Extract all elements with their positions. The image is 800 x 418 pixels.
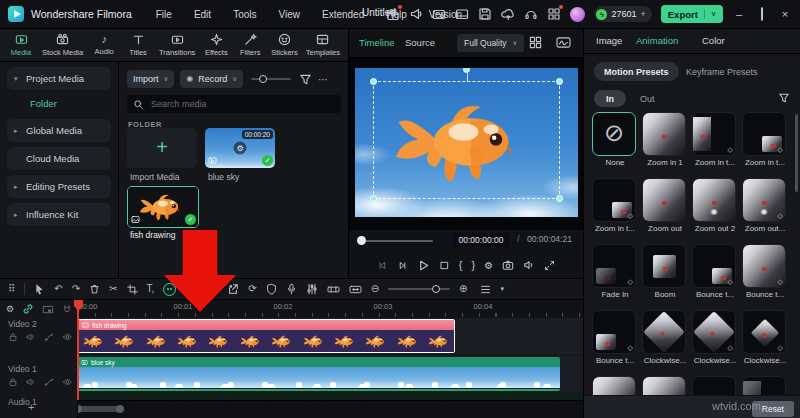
close-button[interactable]: × — [778, 8, 792, 20]
filter-icon[interactable] — [299, 73, 312, 86]
timeline-settings-icon[interactable]: ⚙ — [6, 303, 14, 315]
record-button[interactable]: ◉ Record ∨ — [180, 70, 243, 88]
menu-tools[interactable]: Tools — [233, 9, 256, 20]
tab-out[interactable]: Out — [640, 94, 655, 104]
media-item-fish-drawing[interactable]: ✓ — [127, 186, 199, 228]
preset-zoom-in-3[interactable]: ◇ Zoom in t... — [742, 112, 786, 178]
cloud-upload-icon[interactable] — [501, 7, 515, 21]
add-coins-button[interactable]: + — [641, 9, 646, 19]
brush-icon[interactable] — [44, 377, 54, 387]
undo-icon[interactable]: ↶ — [54, 283, 62, 295]
crop-icon[interactable] — [127, 284, 138, 295]
import-button[interactable]: Import ∨ — [127, 70, 174, 88]
preset-none[interactable]: ⊘ None — [592, 112, 636, 178]
sidebar-item-project-media[interactable]: ▾ Project Media — [7, 67, 111, 90]
preset-partial[interactable] — [642, 376, 686, 395]
hide-track-icon[interactable] — [62, 377, 73, 387]
sidebar-item-global-media[interactable]: ▸ Global Media — [7, 119, 111, 142]
fullscreen-icon[interactable] — [544, 260, 555, 271]
rotate-handle[interactable] — [463, 68, 470, 73]
preset-fade-in[interactable]: ◇ Fade In — [592, 244, 636, 310]
share-icon[interactable] — [227, 283, 239, 295]
tab-timeline[interactable]: Timeline — [359, 37, 395, 48]
tab-effects[interactable]: Effects — [203, 33, 229, 57]
tab-titles[interactable]: Titles — [125, 33, 151, 57]
tab-stock-media[interactable]: Stock Media — [42, 33, 83, 57]
headset-icon[interactable] — [524, 7, 538, 21]
volume-icon[interactable] — [523, 259, 535, 271]
workspace-grid-icon[interactable]: ⠿ — [8, 283, 15, 295]
sidebar-item-influence-kit[interactable]: ▸ Influence Kit — [7, 203, 111, 226]
tab-transitions[interactable]: Transitions — [159, 33, 195, 57]
mark-out-icon[interactable]: } — [472, 259, 476, 271]
tab-motion-presets[interactable]: Motion Presets — [594, 62, 679, 81]
export-caret-icon[interactable]: ∨ — [711, 10, 716, 18]
menu-extended[interactable]: Extended — [322, 9, 364, 20]
track-height-caret-icon[interactable]: ▾ — [500, 283, 504, 295]
seek-handle[interactable] — [357, 236, 366, 245]
mute-icon[interactable] — [26, 332, 36, 342]
menu-edit[interactable]: Edit — [194, 9, 211, 20]
maximize-button[interactable] — [755, 8, 769, 20]
scope-icon[interactable] — [556, 36, 571, 49]
preset-zoom-out-3[interactable]: ◉◇ Zoom out... — [742, 178, 786, 244]
menu-view[interactable]: View — [278, 9, 300, 20]
more-options-icon[interactable]: ⋯ — [318, 74, 329, 85]
minimize-button[interactable]: – — [732, 8, 746, 20]
preset-partial[interactable] — [742, 376, 786, 395]
mute-icon[interactable] — [26, 377, 36, 387]
preset-filter-icon[interactable] — [778, 92, 790, 104]
preset-zoom-out[interactable]: Zoom out — [642, 178, 686, 244]
preset-clockwise-3[interactable]: ◇ Clockwise... — [742, 310, 786, 376]
preset-clockwise-2[interactable]: ◇ Clockwise... — [692, 310, 736, 376]
tab-in[interactable]: In — [594, 90, 626, 107]
rotate-icon[interactable]: ⟳ — [248, 283, 256, 295]
preset-partial[interactable] — [592, 376, 636, 395]
tab-source[interactable]: Source — [405, 37, 435, 48]
link-icon[interactable] — [22, 303, 34, 315]
preset-bounce-1[interactable]: ◇ Bounce t... — [692, 244, 736, 310]
preset-boom[interactable]: Boom — [642, 244, 686, 310]
hide-track-icon[interactable] — [62, 332, 73, 342]
timeline-scrollbar[interactable] — [0, 400, 583, 418]
lock-icon[interactable] — [8, 377, 18, 387]
layout-grid-icon[interactable] — [529, 36, 542, 49]
sidebar-item-folder[interactable]: Folder — [0, 92, 118, 114]
preset-partial[interactable] — [692, 376, 736, 395]
stop-button[interactable] — [439, 260, 450, 271]
timeline-clip-fish-drawing[interactable]: fish drawing — [78, 319, 455, 353]
audio-lane[interactable] — [78, 392, 583, 400]
select-tool-icon[interactable] — [34, 283, 45, 295]
tab-animation[interactable]: Animation — [636, 35, 678, 46]
preset-zoom-in-2[interactable]: ◇ Zoom in t... — [692, 112, 736, 178]
thumbnail-size-slider[interactable] — [251, 78, 291, 80]
export-button[interactable]: Export ∨ — [661, 5, 723, 23]
delete-icon[interactable] — [89, 283, 100, 295]
sidebar-item-editing-presets[interactable]: ▸ Editing Presets — [7, 175, 111, 198]
search-input[interactable] — [149, 98, 323, 110]
magnet-icon[interactable] — [62, 304, 72, 315]
snapshot-icon[interactable] — [502, 259, 514, 271]
tab-media[interactable]: Media — [8, 33, 34, 57]
layout-icon[interactable] — [455, 7, 469, 21]
coin-balance[interactable]: ϟ 27601 + — [594, 6, 651, 22]
brush-icon[interactable] — [44, 332, 54, 342]
user-avatar[interactable] — [570, 7, 585, 22]
auto-ripple-icon[interactable] — [349, 284, 362, 295]
scrollbar-thumb[interactable] — [76, 406, 122, 412]
lock-icon[interactable] — [8, 332, 18, 342]
tab-audio[interactable]: ♪ Audio — [91, 33, 117, 56]
preset-zoom-out-2[interactable]: ◉ Zoom out 2 — [692, 178, 736, 244]
playhead[interactable] — [77, 300, 79, 400]
tab-filters[interactable]: Filters — [237, 33, 263, 57]
import-media-tile[interactable]: + — [127, 128, 197, 168]
tab-stickers[interactable]: Stickers — [271, 33, 298, 57]
preset-scrollbar[interactable] — [795, 114, 798, 192]
preset-zoom-in-1[interactable]: Zoom in 1 — [642, 112, 686, 178]
tab-image[interactable]: Image — [596, 35, 622, 46]
save-icon[interactable] — [478, 7, 492, 21]
gift-icon[interactable] — [386, 7, 400, 21]
tab-keyframe-presets[interactable]: Keyframe Presets — [686, 67, 758, 77]
render-preview-icon[interactable] — [327, 284, 340, 295]
redo-icon[interactable]: ↷ — [72, 283, 80, 295]
